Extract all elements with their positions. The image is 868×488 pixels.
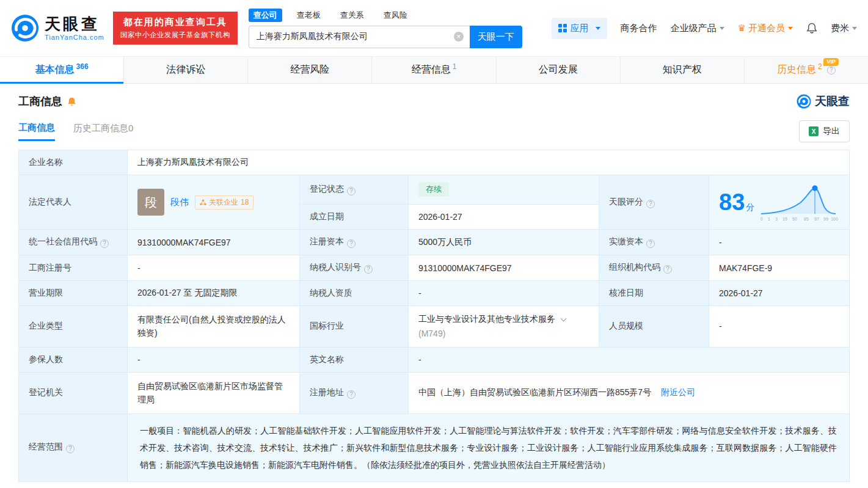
table-row: 工商注册号 - 纳税人识别号 91310000MAK74FGE97 组织机构代码… bbox=[19, 255, 850, 281]
help-icon[interactable] bbox=[646, 200, 655, 208]
tab-basic-info-label: 基本信息 bbox=[35, 64, 75, 76]
help-icon[interactable] bbox=[347, 187, 356, 195]
tab-intellectual-property[interactable]: 知识产权 bbox=[621, 57, 745, 83]
score-label-text: 天眼评分 bbox=[609, 197, 643, 206]
help-icon[interactable] bbox=[347, 239, 356, 248]
taxpayer-qualification-label: 纳税人资质 bbox=[300, 281, 409, 306]
nav-open-vip-label: 开通会员 bbox=[748, 23, 785, 34]
reg-status-cell: 存续 bbox=[409, 175, 599, 205]
tab-operation-info[interactable]: 经营信息 1 bbox=[372, 57, 496, 83]
company-type-value: 有限责任公司(自然人投资或控股的法人独资) bbox=[128, 306, 300, 348]
page-content: 工商信息 天眼查 工商信息 历史工商信息0 导出 bbox=[0, 93, 868, 482]
apps-button[interactable]: 应用 bbox=[552, 18, 607, 39]
insured-count-value: - bbox=[128, 347, 300, 372]
tab-history-info[interactable]: VIP 历史信息 2 bbox=[745, 57, 868, 83]
help-icon[interactable] bbox=[66, 445, 75, 453]
help-icon[interactable] bbox=[646, 239, 655, 248]
company-name-label: 企业名称 bbox=[19, 150, 128, 175]
clear-icon[interactable] bbox=[454, 32, 464, 42]
english-name-value: - bbox=[409, 347, 850, 372]
tab-legal-proceedings-label: 法律诉讼 bbox=[166, 64, 205, 76]
org-code-value: MAK74FGE-9 bbox=[709, 255, 850, 281]
relation-graph-icon bbox=[200, 199, 206, 206]
chevron-down-icon[interactable] bbox=[561, 315, 567, 321]
svg-text:0: 0 bbox=[760, 217, 763, 221]
subscribe-bell-icon[interactable] bbox=[67, 97, 76, 107]
business-info-table: 企业名称 上海赛力斯凤凰技术有限公司 法定代表人 段 段伟 关联 bbox=[18, 150, 850, 482]
reg-address-label-text: 注册地址 bbox=[310, 387, 344, 397]
tab-history-info-count: 2 bbox=[818, 62, 822, 71]
svg-text:85: 85 bbox=[804, 217, 809, 221]
nav-user[interactable]: 费米 bbox=[831, 23, 857, 34]
search-input[interactable] bbox=[249, 26, 470, 48]
nav-enterprise-label: 企业级产品 bbox=[671, 23, 717, 33]
staff-size-label: 人员规模 bbox=[599, 306, 709, 348]
org-code-label-text: 组织机构代码 bbox=[609, 262, 660, 272]
industry-label: 国标行业 bbox=[300, 306, 409, 348]
subtab-business-info[interactable]: 工商信息 bbox=[18, 122, 55, 141]
tab-legal-proceedings[interactable]: 法律诉讼 bbox=[124, 57, 248, 83]
help-icon[interactable] bbox=[347, 390, 356, 399]
promo-line2: 国家中小企业发展子基金旗下机构 bbox=[120, 31, 230, 40]
tab-basic-info[interactable]: 基本信息 366 bbox=[0, 57, 124, 83]
nearby-companies-link[interactable]: 附近公司 bbox=[661, 387, 695, 397]
table-row: 参保人数 - 英文名称 - bbox=[19, 347, 850, 372]
help-icon[interactable] bbox=[100, 239, 109, 248]
reg-address-value: 中国（上海）自由贸易试验区临港新片区环湖西一路855弄7号 bbox=[418, 387, 651, 397]
reg-capital-label: 注册资本 bbox=[300, 230, 409, 255]
help-icon[interactable] bbox=[364, 265, 373, 274]
business-term-value: 2026-01-27 至 无固定期限 bbox=[128, 281, 300, 306]
table-row: 营业期限 2026-01-27 至 无固定期限 纳税人资质 - 核准日期 202… bbox=[19, 281, 850, 306]
nav-open-vip[interactable]: 开通会员 bbox=[738, 23, 793, 34]
reg-authority-value: 自由贸易试验区临港新片区市场监督管理局 bbox=[128, 372, 300, 413]
notification-bell-icon[interactable] bbox=[806, 22, 817, 34]
score-distribution-chart: 0 1 3 15 50 85 97 99 100 bbox=[759, 182, 839, 222]
tab-company-development[interactable]: 公司发展 bbox=[497, 57, 621, 83]
score-unit: 分 bbox=[746, 202, 754, 212]
help-icon[interactable] bbox=[827, 66, 836, 75]
search-tab-relation[interactable]: 查关系 bbox=[335, 9, 369, 22]
watermark-swirl-icon bbox=[797, 94, 811, 109]
brand-name: 天眼查 bbox=[45, 15, 104, 33]
company-name-value: 上海赛力斯凤凰技术有限公司 bbox=[128, 150, 850, 175]
search-button[interactable]: 天眼一下 bbox=[470, 26, 522, 48]
svg-text:3: 3 bbox=[775, 217, 778, 221]
table-row: 法定代表人 段 段伟 关联企业 18 bbox=[19, 175, 850, 205]
nav-enterprise[interactable]: 企业级产品 bbox=[671, 23, 724, 34]
subtab-history-business-info[interactable]: 历史工商信息0 bbox=[73, 123, 133, 140]
paid-capital-label-text: 实缴资本 bbox=[609, 236, 643, 246]
reg-capital-label-text: 注册资本 bbox=[310, 236, 344, 246]
insured-count-label: 参保人数 bbox=[19, 347, 128, 372]
site-header: 天眼查 TianYanCha.com 都在用的商业查询工具 国家中小企业发展子基… bbox=[0, 0, 868, 56]
legal-rep-avatar[interactable]: 段 bbox=[137, 189, 164, 216]
establish-date-value: 2026-01-27 bbox=[409, 204, 599, 229]
excel-icon bbox=[809, 126, 819, 136]
industry-value: 工业与专业设计及其他专业技术服务 bbox=[418, 314, 555, 325]
tab-company-development-label: 公司发展 bbox=[539, 64, 578, 76]
credit-code-label: 统一社会信用代码 bbox=[19, 230, 128, 255]
table-row: 企业类型 有限责任公司(自然人投资或控股的法人独资) 国标行业 工业与专业设计及… bbox=[19, 306, 850, 348]
search-tab-boss[interactable]: 查老板 bbox=[292, 9, 326, 22]
reg-status-label-text: 登记状态 bbox=[310, 184, 344, 194]
legal-rep-name-link[interactable]: 段伟 bbox=[170, 197, 189, 208]
business-scope-label: 经营范围 bbox=[19, 413, 128, 481]
svg-text:97: 97 bbox=[814, 217, 819, 221]
tab-operation-risk[interactable]: 经营风险 bbox=[248, 57, 372, 83]
export-button[interactable]: 导出 bbox=[799, 120, 850, 142]
tab-intellectual-property-label: 知识产权 bbox=[663, 64, 702, 76]
related-companies-tag[interactable]: 关联企业 18 bbox=[195, 195, 253, 209]
help-icon[interactable] bbox=[663, 265, 672, 274]
search-tab-company[interactable]: 查公司 bbox=[249, 9, 282, 22]
nav-cooperation[interactable]: 商务合作 bbox=[621, 23, 657, 34]
brand-logo[interactable]: 天眼查 TianYanCha.com bbox=[11, 14, 104, 42]
business-scope-value: 一般项目：智能机器人的研发；人工智能基础软件开发；人工智能应用软件开发；人工智能… bbox=[128, 413, 850, 481]
reg-status-label: 登记状态 bbox=[300, 175, 409, 205]
search-tab-risk[interactable]: 查风险 bbox=[379, 9, 412, 22]
status-badge: 存续 bbox=[418, 182, 449, 197]
table-row: 统一社会信用代码 91310000MAK74FGE97 注册资本 5000万人民… bbox=[19, 230, 850, 255]
staff-size-value: - bbox=[709, 306, 850, 348]
english-name-label: 英文名称 bbox=[300, 347, 409, 372]
business-term-label: 营业期限 bbox=[19, 281, 128, 306]
main-nav-tabs: 基本信息 366 法律诉讼 经营风险 经营信息 1 公司发展 知识产权 VIP … bbox=[0, 56, 868, 84]
related-companies-label: 关联企业 bbox=[209, 197, 238, 208]
